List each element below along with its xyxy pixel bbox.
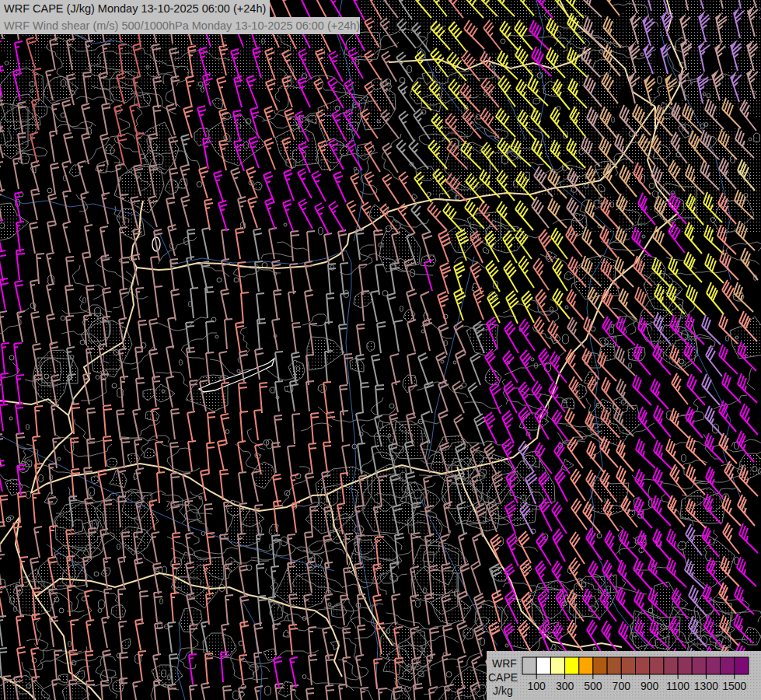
svg-text:WRF CAPE (J/kg) Monday 13-10-2: WRF CAPE (J/kg) Monday 13-10-2025 06:00 …	[4, 2, 266, 15]
svg-text:100: 100	[528, 680, 546, 692]
svg-text:900: 900	[641, 680, 659, 692]
svg-text:WRF Wind shear (m/s) 500/1000h: WRF Wind shear (m/s) 500/1000hPa Monday …	[4, 19, 360, 32]
svg-text:1300: 1300	[694, 680, 718, 692]
svg-text:J/kg: J/kg	[493, 684, 513, 697]
svg-text:1500: 1500	[722, 680, 746, 692]
svg-text:1100: 1100	[666, 680, 689, 692]
svg-text:700: 700	[613, 680, 631, 692]
svg-text:WRF: WRF	[492, 657, 517, 670]
svg-text:500: 500	[584, 680, 602, 692]
svg-text:CAPE: CAPE	[488, 671, 518, 684]
svg-text:300: 300	[556, 680, 574, 692]
